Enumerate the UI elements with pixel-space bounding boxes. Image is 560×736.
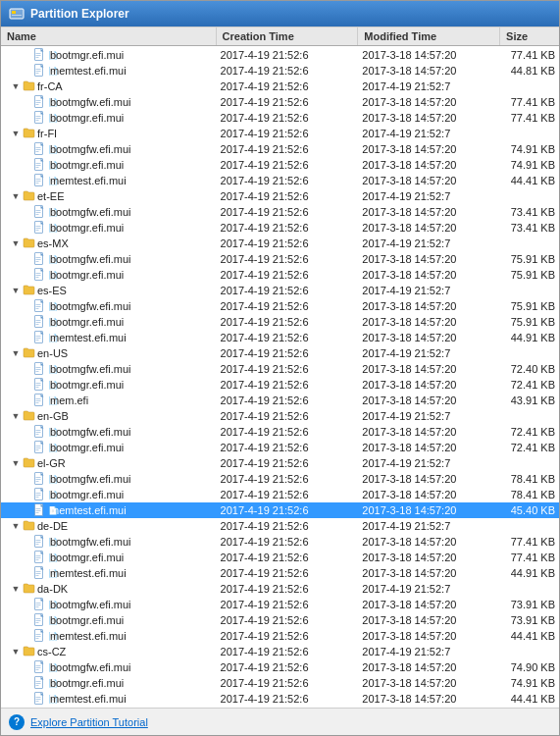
file-name: memtest.efi.mui	[50, 504, 127, 516]
folder-icon	[23, 409, 35, 423]
file-list[interactable]: 📄 bootmgfw.efi.mui 2017-4-19 21:52:6 201…	[1, 46, 559, 708]
file-row[interactable]: 📄 bootmgfw.efi.mui 2017-4-19 21:52:6 201…	[1, 534, 559, 550]
cell-creation: 2017-4-19 21:52:6	[217, 95, 359, 109]
cell-name: ▼ et-EE	[1, 188, 217, 204]
file-row[interactable]: 📄 mem.efi 2017-4-19 21:52:6 2017-3-18 14…	[1, 393, 559, 408]
cell-name: ▼ fr-CA	[1, 79, 217, 94]
file-icon-doc	[34, 252, 45, 267]
expand-icon[interactable]: ▼	[11, 521, 21, 531]
expand-icon[interactable]: ▼	[11, 647, 21, 657]
file-row[interactable]: 📄 bootmgr.efi.mui 2017-4-19 21:52:6 2017…	[1, 675, 559, 691]
svg-rect-83	[36, 214, 39, 215]
cell-modified: 2017-4-19 21:52:7	[358, 79, 500, 93]
file-row[interactable]: 📄 bootmgfw.efi.mui 2017-4-19 21:52:6 201…	[1, 659, 559, 675]
cell-creation: 2017-4-19 21:52:6	[217, 174, 359, 187]
svg-rect-0	[10, 9, 24, 19]
cell-creation: 2017-4-19 21:52:6	[217, 551, 359, 564]
file-row[interactable]: 📄 bootmgfw.efi.mui 2017-4-19 21:52:6 201…	[1, 471, 559, 487]
file-row[interactable]: 📄 bootmgfw.efi.mui 2017-4-19 21:52:6 201…	[1, 251, 559, 267]
file-row[interactable]: 📄 bootmgfw.efi.mui 2017-4-19 21:52:6 201…	[1, 204, 559, 220]
col-header-name[interactable]: Name	[1, 27, 217, 45]
svg-rect-151	[36, 575, 39, 576]
file-icon-doc	[34, 95, 45, 110]
cell-creation: 2017-4-19 21:52:6	[217, 268, 359, 282]
folder-row[interactable]: ▼ en-GB 2017-4-19 21:52:6 2017-4-19 21:5…	[1, 408, 559, 424]
folder-row[interactable]: ▼ es-ES 2017-4-19 21:52:6 2017-4-19 21:5…	[1, 283, 559, 298]
file-icon-doc	[34, 613, 45, 628]
file-row[interactable]: 📄 bootmgr.efi.mui 2017-4-19 21:52:6 2017…	[1, 47, 559, 63]
folder-row[interactable]: ▼ et-EE 2017-4-19 21:52:6 2017-4-19 21:5…	[1, 188, 559, 204]
file-row[interactable]: 📄 bootmgfw.efi.mui 2017-4-19 21:52:6 201…	[1, 424, 559, 440]
cell-size: 75.91 KB	[500, 299, 559, 313]
cell-modified: 2017-3-18 14:57:20	[358, 268, 500, 282]
expand-icon[interactable]: ▼	[11, 191, 21, 201]
file-row[interactable]: 📄 bootmgr.efi.mui 2017-4-19 21:52:6 2017…	[1, 377, 559, 393]
file-row[interactable]: 📄 bootmgr.efi.mui 2017-4-19 21:52:6 2017…	[1, 487, 559, 502]
svg-rect-119	[36, 402, 39, 403]
file-row[interactable]: 📄 bootmgr.efi.mui 2017-4-19 21:52:6 2017…	[1, 550, 559, 565]
file-row[interactable]: 📄 memtest.efi.mui 2017-4-19 21:52:6 2017…	[1, 330, 559, 345]
file-row[interactable]: 📄 bootmgr.efi.mui 2017-4-19 21:52:6 2017…	[1, 314, 559, 330]
cell-size	[500, 462, 559, 464]
cell-creation: 2017-4-19 21:52:6	[217, 189, 359, 203]
folder-row[interactable]: ▼ fr-CA 2017-4-19 21:52:6 2017-4-19 21:5…	[1, 79, 559, 94]
cell-modified: 2017-4-19 21:52:7	[358, 127, 500, 140]
expand-icon[interactable]: ▼	[11, 286, 21, 295]
cell-name: 📄 bootmgr.efi.mui	[1, 440, 217, 456]
file-icon-doc	[34, 268, 45, 283]
cell-size: 44.41 KB	[500, 174, 559, 187]
expand-icon[interactable]: ▼	[11, 129, 21, 138]
file-row[interactable]: 📄 memtest.efi.mui 2017-4-19 21:52:6 2017…	[1, 691, 559, 707]
cell-modified: 2017-3-18 14:57:20	[358, 331, 500, 344]
cell-size: 72.41 KB	[500, 425, 559, 439]
file-row[interactable]: 📄 bootmgr.efi.mui 2017-4-19 21:52:6 2017…	[1, 110, 559, 126]
folder-row[interactable]: ▼ cs-CZ 2017-4-19 21:52:6 2017-4-19 21:5…	[1, 644, 559, 659]
file-name: memtest.efi.mui	[50, 630, 127, 642]
cell-name: 📄 memtest.efi.mui	[1, 565, 217, 582]
expand-icon[interactable]: ▼	[11, 238, 21, 248]
file-row[interactable]: 📄 bootmgr.efi.mui 2017-4-19 21:52:6 2017…	[1, 440, 559, 455]
file-row[interactable]: 📄 memtest.efi.mui 2017-4-19 21:52:6 2017…	[1, 565, 559, 581]
expand-icon[interactable]: ▼	[11, 458, 21, 468]
file-row[interactable]: 📄 bootmgr.efi.mui 2017-4-19 21:52:6 2017…	[1, 220, 559, 236]
file-row[interactable]: 📄 memtest.efi.mui 2017-4-19 21:52:6 2017…	[1, 63, 559, 79]
file-row[interactable]: 📄 bootmgfw.efi.mui 2017-4-19 21:52:6 201…	[1, 298, 559, 314]
col-header-creation[interactable]: Creation Time	[217, 27, 359, 45]
cell-creation: 2017-4-19 21:52:6	[217, 48, 359, 62]
folder-row[interactable]: ▼ de-DE 2017-4-19 21:52:6 2017-4-19 21:5…	[1, 518, 559, 534]
svg-rect-95	[36, 277, 39, 278]
folder-row[interactable]: ▼ en-US 2017-4-19 21:52:6 2017-4-19 21:5…	[1, 345, 559, 361]
svg-rect-153	[36, 603, 41, 604]
file-icon-doc	[34, 299, 45, 314]
svg-rect-143	[36, 544, 39, 545]
folder-row[interactable]: ▼ fr-FI 2017-4-19 21:52:6 2017-4-19 21:5…	[1, 126, 559, 141]
tutorial-link[interactable]: Explore Partition Tutorial	[30, 716, 148, 728]
cell-name: 📄 bootmgr.efi.mui	[1, 267, 217, 284]
file-row[interactable]: 📄 bootmgfw.efi.mui 2017-4-19 21:52:6 201…	[1, 597, 559, 612]
cell-size: 77.41 KB	[500, 48, 559, 62]
expand-icon[interactable]: ▼	[11, 411, 21, 421]
cell-name: 📄 bootmgfw.efi.mui	[1, 534, 217, 551]
expand-icon[interactable]: ▼	[11, 584, 21, 594]
cell-size: 74.90 KB	[500, 660, 559, 674]
file-row[interactable]: 📄 bootmgfw.efi.mui 2017-4-19 21:52:6 201…	[1, 94, 559, 110]
col-header-modified[interactable]: Modified Time	[358, 27, 500, 45]
svg-rect-127	[36, 449, 39, 450]
expand-icon[interactable]: ▼	[11, 348, 21, 358]
file-row[interactable]: 📄 bootmgr.efi.mui 2017-4-19 21:52:6 2017…	[1, 157, 559, 173]
file-row[interactable]: 📄 memtest.efi.mui 2017-4-19 21:52:6 2017…	[1, 502, 559, 518]
help-icon[interactable]: ?	[9, 714, 25, 730]
file-row[interactable]: 📄 bootmgfw.efi.mui 2017-4-19 21:52:6 201…	[1, 141, 559, 157]
expand-icon[interactable]: ▼	[11, 81, 21, 91]
folder-row[interactable]: ▼ da-DK 2017-4-19 21:52:6 2017-4-19 21:5…	[1, 581, 559, 597]
file-row[interactable]: 📄 memtest.efi.mui 2017-4-19 21:52:6 2017…	[1, 173, 559, 188]
folder-row[interactable]: ▼ el-GR 2017-4-19 21:52:6 2017-4-19 21:5…	[1, 455, 559, 471]
file-row[interactable]: 📄 bootmgr.efi.mui 2017-4-19 21:52:6 2017…	[1, 612, 559, 628]
col-header-size[interactable]: Size	[500, 27, 559, 45]
file-row[interactable]: 📄 bootmgfw.efi.mui 2017-4-19 21:52:6 201…	[1, 361, 559, 377]
file-row[interactable]: 📄 memtest.efi.mui 2017-4-19 21:52:6 2017…	[1, 628, 559, 644]
folder-icon	[23, 582, 35, 596]
folder-row[interactable]: ▼ es-MX 2017-4-19 21:52:6 2017-4-19 21:5…	[1, 236, 559, 251]
svg-rect-103	[36, 324, 39, 325]
file-row[interactable]: 📄 bootmgr.efi.mui 2017-4-19 21:52:6 2017…	[1, 267, 559, 283]
